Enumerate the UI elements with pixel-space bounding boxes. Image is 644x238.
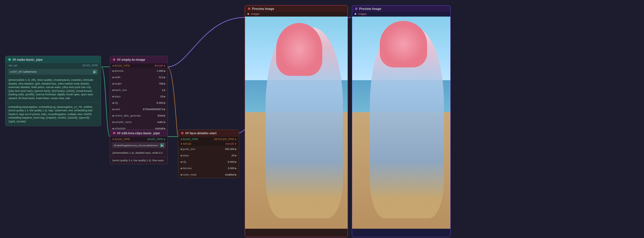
right-arrow-denoise-fd[interactable]: ▶	[235, 167, 237, 170]
right-arrow-sampler[interactable]: ▶	[164, 121, 166, 124]
param-steps: ◀ steps 20 ▶	[110, 93, 168, 100]
left-arrow-denoise-fd[interactable]: ◀	[180, 167, 182, 170]
right-arrow-height[interactable]: ▶	[164, 82, 166, 85]
basic-pipe-port-out-lora: BASIC_PIPE ●	[148, 138, 165, 141]
image-port-out-fd: IMAGE ●	[226, 142, 236, 145]
left-arrow-lora[interactable]: ◀	[114, 144, 116, 147]
value-denoise-fd: 0.500	[220, 167, 234, 170]
latent-port-out: IMAGE ●	[154, 64, 165, 67]
param-height: ◀ height 768 ▶	[110, 80, 168, 87]
right-arrow-steps[interactable]: ▶	[164, 95, 166, 98]
value-batch-size: 1	[149, 89, 163, 92]
right-arrow-cfg[interactable]: ▶	[164, 101, 166, 104]
param-noise-mask: ◀ noise_mask enabled ▶	[178, 171, 239, 178]
node-empty-to-image-header: ## empty-to-image	[110, 56, 168, 63]
node-face-detailer-header: ## face-detailer-start	[178, 130, 239, 137]
value-steps-fd: 20	[220, 154, 234, 157]
param-denoise: ◀ denoise 1.000 ▶	[110, 68, 168, 74]
right-arrow-noise-mask[interactable]: ▶	[235, 173, 237, 176]
value-height: 768	[149, 82, 163, 85]
node-empty-to-image: ## empty-to-image ● BASIC_PIPE IMAGE ● ◀…	[110, 56, 168, 132]
node-preview-2: Preview Image images	[352, 5, 451, 237]
right-arrow-denoise[interactable]: ▶	[164, 69, 166, 72]
node-make-basic-pipe: ## make-basic_pipe rae_opt BASIC_PIPE ◀ …	[5, 56, 101, 126]
left-arrow-control[interactable]: ◀	[112, 114, 114, 117]
left-arrow-batch[interactable]: ◀	[112, 89, 114, 92]
preview1-images-label: images	[245, 12, 348, 17]
value-width: 512	[149, 76, 163, 79]
preview1-image	[245, 17, 348, 229]
right-arrow-control[interactable]: ▶	[164, 114, 166, 117]
right-arrow-cfg-fd[interactable]: ▶	[235, 160, 237, 163]
node-dot-pink	[113, 58, 115, 61]
left-arrow-denoise[interactable]: ◀	[112, 69, 114, 72]
preview1-title: Preview Image	[252, 7, 274, 10]
preview2-port-label: images	[358, 12, 367, 15]
preview1-port-label: images	[251, 12, 260, 15]
label-width: width	[114, 76, 149, 79]
node-make-basic-pipe-title: ## make-basic_pipe	[12, 58, 43, 61]
param-batch-size: ◀ batch_size 1 ▶	[110, 87, 168, 93]
label-batch-size: batch_size	[114, 89, 149, 92]
preview1-header: Preview Image	[245, 6, 348, 12]
left-arrow-width[interactable]: ◀	[112, 76, 114, 79]
negative-text: embedding:easynegative, embedding:ng_dee…	[8, 105, 93, 123]
right-arrow-batch[interactable]: ▶	[164, 89, 166, 92]
node-dot-edit-lora	[113, 132, 115, 134]
label-denoise-fd: denoise	[183, 167, 220, 170]
label-seed: seed	[114, 108, 143, 111]
left-arrow-cfg[interactable]: ◀	[112, 101, 114, 104]
param-width: ◀ width 512 ▶	[110, 74, 168, 80]
node-empty-to-image-title: ## empty-to-image	[117, 58, 145, 61]
play-button-lora[interactable]: ▶	[160, 143, 164, 147]
left-arrow-steps-fd[interactable]: ◀	[180, 154, 182, 157]
left-arrow-cfg-fd[interactable]: ◀	[180, 160, 182, 163]
value-guide-size: 256.000	[220, 148, 234, 151]
face-detailer-ports: ● BASIC_PIPE DETAILER_PIPE ●	[178, 137, 239, 141]
preview2-dot	[355, 8, 357, 10]
negative-text-content: embedding:easynegative, embedding:ng_dee…	[6, 103, 101, 126]
play-button[interactable]: ▶	[93, 70, 97, 74]
ckpt-row[interactable]: ◀ V07_v07.safetensors ▶	[8, 69, 98, 75]
lora-select-row[interactable]: ◀ robotPuppeteerLora_v2Lora.safetensors …	[112, 142, 166, 148]
node-edit-lora-header: ## edit-lora-clips-basic_pipe	[110, 130, 168, 137]
character-hair	[276, 23, 323, 76]
detailer-pipe-port-out: DETAILER_PIPE ●	[214, 138, 236, 141]
right-arrow-seed[interactable]: ▶	[164, 108, 166, 111]
node-face-detailer-title: ## face-detailer-start	[185, 131, 217, 135]
input-port-label: rae_opt	[8, 64, 17, 67]
left-arrow-steps[interactable]: ◀	[112, 95, 114, 98]
label-height: height	[114, 82, 149, 85]
node-face-detailer-start: ## face-detailer-start ● BASIC_PIPE DETA…	[178, 129, 239, 178]
value-sampler-name: euler	[149, 121, 163, 124]
preview1-port-dot	[247, 13, 249, 15]
node-edit-lora-title: ## edit-lora-clips-basic_pipe	[117, 131, 160, 135]
param-cfg-fd: ◀ cfg 8.000 ▶	[178, 159, 239, 165]
value-noise-mask: enabled	[220, 173, 234, 176]
basic-pipe-port-in-lora: ● BASIC_PIPE	[112, 138, 130, 141]
image-port-in-fd: ● IMAGE	[181, 142, 191, 145]
canvas-area: ## make-basic_pipe rae_opt BASIC_PIPE ◀ …	[0, 0, 644, 238]
positive-text-content: (photorealistic:1.4), (8k), (best qualit…	[6, 76, 101, 103]
label-steps: steps	[114, 95, 149, 98]
param-steps-fd: ◀ steps 20 ▶	[178, 152, 239, 159]
left-arrow-height[interactable]: ◀	[112, 82, 114, 85]
ckpt-name-value: V07_v07.safetensors	[12, 70, 93, 73]
right-arrow-width[interactable]: ▶	[164, 76, 166, 79]
node-preview-1: Preview Image images	[245, 5, 348, 237]
basic-pipe-port-in-fd: ● BASIC_PIPE	[181, 138, 198, 141]
left-arrow-seed[interactable]: ◀	[112, 108, 114, 111]
label-noise-mask: noise_mask	[183, 173, 220, 176]
left-arrow-sampler[interactable]: ◀	[112, 121, 114, 124]
value-cfg-fd: 8.000	[220, 160, 234, 163]
left-arrow-guide-size[interactable]: ◀	[180, 148, 182, 151]
left-arrow-icon[interactable]: ◀	[10, 70, 12, 73]
node-make-basic-pipe-header: ## make-basic_pipe	[6, 56, 101, 63]
right-arrow-guide-size[interactable]: ▶	[235, 148, 237, 151]
preview2-images-label: images	[352, 12, 450, 17]
port-label-row: rae_opt BASIC_PIPE	[6, 63, 101, 68]
left-arrow-noise-mask[interactable]: ◀	[180, 173, 182, 176]
value-steps: 20	[149, 95, 163, 98]
label-steps-fd: steps	[183, 154, 220, 157]
right-arrow-steps-fd[interactable]: ▶	[235, 154, 237, 157]
